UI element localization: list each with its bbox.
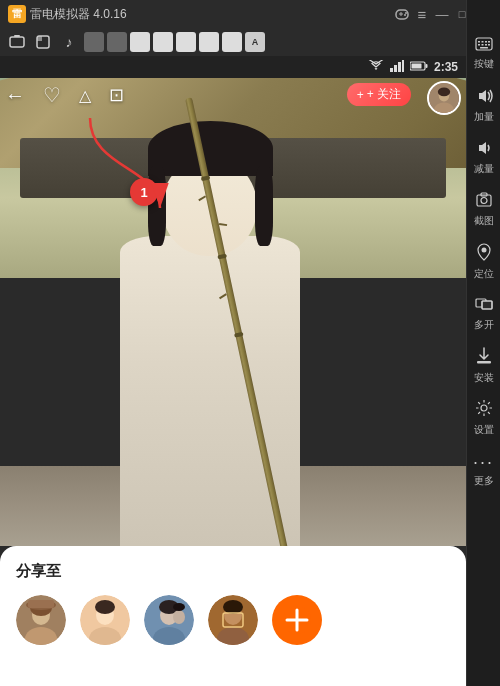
contact-avatar-3 — [144, 595, 194, 645]
svg-rect-19 — [485, 41, 487, 43]
wifi-icon — [368, 60, 384, 75]
contact-item-2[interactable] — [80, 595, 130, 645]
sidebar-item-install[interactable]: 安装 — [467, 340, 501, 392]
svg-rect-24 — [488, 44, 490, 46]
bookmark-icon[interactable]: ⊡ — [109, 84, 124, 106]
volume-down-icon — [475, 140, 493, 159]
toolbar-icon-2[interactable] — [32, 31, 54, 53]
svg-point-36 — [481, 405, 487, 411]
svg-rect-11 — [398, 62, 401, 72]
svg-rect-21 — [478, 44, 480, 46]
svg-rect-33 — [482, 301, 492, 309]
svg-rect-35 — [477, 361, 491, 364]
contact-item-orange[interactable] — [272, 595, 322, 645]
time-display: 2:35 — [434, 60, 458, 74]
share-title: 分享至 — [16, 562, 450, 581]
app-icon-white-2[interactable] — [153, 32, 173, 52]
minimize-btn[interactable]: — — [432, 5, 452, 23]
svg-rect-9 — [390, 68, 393, 72]
svg-point-31 — [481, 248, 486, 253]
heart-icon[interactable]: ♡ — [43, 83, 61, 107]
app-icon-gray-1[interactable] — [84, 32, 104, 52]
girl-hair-right — [255, 166, 273, 246]
multi-open-label: 多开 — [474, 318, 494, 332]
contact-avatar-4 — [208, 595, 258, 645]
menu-btn[interactable]: ≡ — [412, 5, 432, 23]
app-icon-white-3[interactable] — [176, 32, 196, 52]
toolbar-icon-1[interactable] — [6, 31, 28, 53]
svg-point-56 — [173, 610, 185, 624]
volume-up-icon — [475, 88, 493, 107]
follow-button[interactable]: + + 关注 — [347, 83, 411, 106]
svg-rect-5 — [10, 37, 24, 47]
title-bar: 雷 雷电模拟器 4.0.16 ≡ — □ ✕ — [0, 0, 500, 28]
back-icon[interactable]: ← — [5, 84, 25, 107]
svg-rect-15 — [425, 64, 427, 68]
svg-point-61 — [223, 600, 243, 614]
video-avatar[interactable] — [427, 81, 461, 115]
svg-rect-22 — [481, 44, 483, 46]
sidebar-item-keyboard[interactable]: 按键 — [467, 28, 501, 80]
gamepad-icon-btn[interactable] — [392, 5, 412, 23]
contact-avatar-2 — [80, 595, 130, 645]
app-icon-white-5[interactable] — [222, 32, 242, 52]
location-icon — [477, 243, 491, 264]
install-icon — [476, 347, 492, 368]
contact-item-3[interactable] — [144, 595, 194, 645]
app-title: 雷电模拟器 4.0.16 — [30, 6, 127, 23]
bottom-action-icons: ← ♡ △ ⊡ — [5, 83, 124, 107]
keyboard-icon — [475, 37, 493, 54]
svg-point-3 — [405, 12, 407, 14]
sidebar-item-screenshot[interactable]: 截图 — [467, 184, 501, 236]
settings-label: 设置 — [474, 423, 494, 437]
follow-label: + 关注 — [367, 86, 401, 103]
svg-rect-25 — [480, 47, 488, 49]
multi-open-icon — [475, 296, 493, 315]
app-icons-row: A — [84, 32, 265, 52]
svg-rect-17 — [478, 41, 480, 43]
volume-up-label: 加量 — [474, 110, 494, 124]
triangle-icon[interactable]: △ — [79, 86, 91, 105]
more-icon: ··· — [473, 453, 494, 471]
svg-point-57 — [173, 603, 185, 611]
sidebar-item-volume-down[interactable]: 减量 — [467, 132, 501, 184]
svg-point-41 — [438, 87, 450, 96]
app-icon-a[interactable]: A — [245, 32, 265, 52]
svg-point-4 — [404, 14, 406, 16]
app-logo: 雷 雷电模拟器 4.0.16 — [8, 5, 127, 23]
svg-marker-26 — [479, 90, 486, 102]
sidebar-item-settings[interactable]: 设置 — [467, 392, 501, 444]
sidebar-item-more[interactable]: ··· 更多 — [467, 444, 501, 496]
svg-rect-10 — [394, 65, 397, 72]
app-icon-white-1[interactable] — [130, 32, 150, 52]
tiktok-icon-btn[interactable]: ♪ — [58, 31, 80, 53]
follow-plus-icon: + — [357, 88, 364, 102]
svg-rect-12 — [402, 60, 404, 72]
contact-avatar-1 — [16, 595, 66, 645]
svg-rect-23 — [485, 44, 487, 46]
svg-marker-27 — [479, 142, 486, 154]
screenshot-icon — [475, 192, 493, 211]
contact-item-4[interactable] — [208, 595, 258, 645]
app-icon-white-4[interactable] — [199, 32, 219, 52]
logo-icon: 雷 — [8, 5, 26, 23]
sidebar-item-location[interactable]: 定位 — [467, 236, 501, 288]
share-contacts — [16, 595, 450, 645]
svg-rect-18 — [481, 41, 483, 43]
status-bar: 2:35 — [0, 56, 466, 78]
battery-icon — [410, 61, 428, 73]
keyboard-label: 按键 — [474, 57, 494, 71]
contact-item-1[interactable] — [16, 595, 66, 645]
status-icons: 2:35 — [368, 60, 458, 75]
more-label: 更多 — [474, 474, 494, 488]
app-icon-gray-2[interactable] — [107, 32, 127, 52]
svg-rect-28 — [477, 195, 491, 206]
svg-rect-47 — [28, 600, 54, 608]
svg-point-51 — [95, 600, 115, 614]
sidebar-item-volume-up[interactable]: 加量 — [467, 80, 501, 132]
settings-icon — [475, 399, 493, 420]
install-label: 安装 — [474, 371, 494, 385]
main-content: 1 + + 关注 ← ♡ △ ⊡ 分享至 — [0, 78, 466, 686]
svg-rect-20 — [488, 41, 490, 43]
sidebar-item-multi-open[interactable]: 多开 — [467, 288, 501, 340]
